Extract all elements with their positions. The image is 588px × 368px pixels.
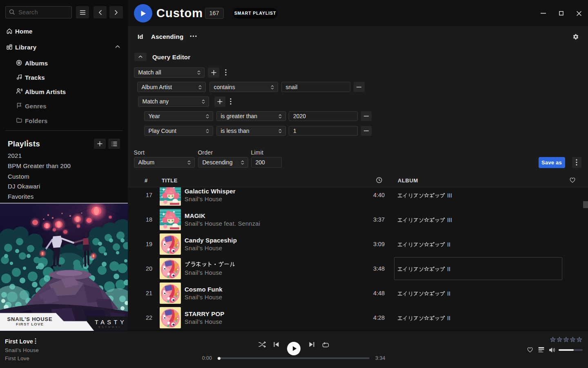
svg-text:FIRST LOVE: FIRST LOVE [16,322,44,326]
svg-text:TASTY: TASTY [95,319,127,325]
svg-text:BSTMMXI: BSTMMXI [98,326,121,328]
